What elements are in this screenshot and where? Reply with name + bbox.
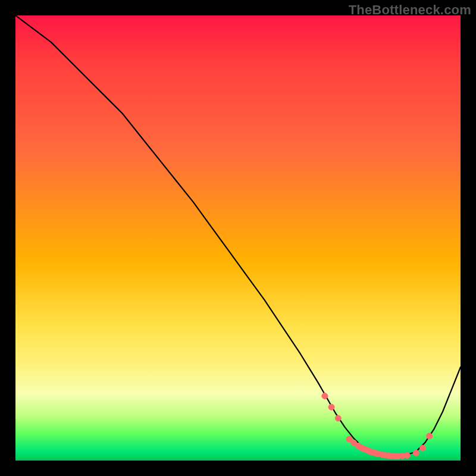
marker-dot <box>328 404 334 410</box>
marker-dot <box>413 450 419 456</box>
marker-dot <box>335 415 341 421</box>
marker-group <box>322 393 433 459</box>
marker-dot <box>419 445 425 451</box>
marker-dot <box>427 433 433 439</box>
chart-frame: TheBottleneck.com <box>0 0 476 476</box>
plot-area <box>15 15 461 461</box>
marker-dot <box>322 393 328 399</box>
chart-svg <box>15 15 461 461</box>
marker-dot <box>404 452 410 458</box>
bottleneck-curve <box>15 15 461 456</box>
